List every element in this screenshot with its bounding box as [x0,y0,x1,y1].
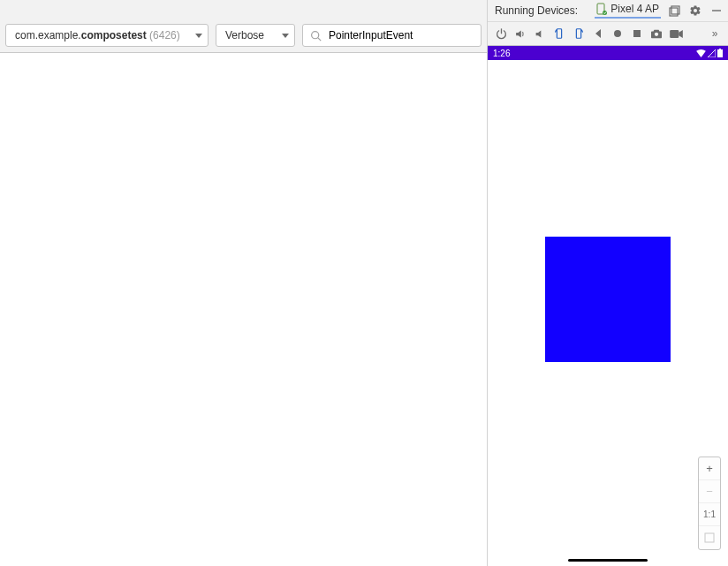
signal-icon [708,49,716,57]
zoom-controls: + − 1:1 [698,457,721,550]
hide-button[interactable] [709,3,724,19]
logcat-filter-input[interactable] [327,28,474,42]
blue-box [545,237,671,362]
svg-rect-7 [557,29,561,39]
device-tab[interactable]: Pixel 4 AP [595,3,661,19]
wifi-icon [696,49,706,57]
more-actions-button[interactable]: » [705,24,724,43]
android-status-bar: 1:26 [488,46,728,60]
svg-rect-4 [670,8,678,16]
svg-rect-14 [719,49,721,49]
logcat-panel: com.example.composetest (6426) Verbose [0,0,488,566]
chevron-down-icon [195,34,202,38]
rotate-left-button[interactable] [550,24,569,43]
phone-icon [596,3,607,15]
svg-point-11 [655,33,658,36]
back-button[interactable] [588,24,608,43]
gesture-nav-bar [568,559,648,562]
svg-rect-8 [576,29,580,39]
power-button[interactable] [491,24,511,43]
process-label: com.example.composetest (6426) [15,29,188,42]
battery-icon [717,49,723,57]
rotate-right-button[interactable] [569,24,588,43]
svg-rect-13 [717,49,723,57]
home-button[interactable] [608,24,627,43]
svg-rect-15 [705,533,714,542]
zoom-out-button: − [699,480,720,503]
zoom-in-button[interactable]: + [699,457,720,480]
running-devices-panel: Running Devices: Pixel 4 AP [488,0,728,566]
chevron-down-icon [282,34,289,38]
svg-rect-5 [671,6,679,14]
new-window-button[interactable] [666,3,682,19]
overview-button[interactable] [627,24,647,43]
device-name: Pixel 4 AP [610,3,659,15]
svg-rect-10 [633,30,641,37]
zoom-fit-button [699,526,720,549]
record-button[interactable] [666,24,686,43]
volume-down-button[interactable] [530,24,550,43]
log-level-dropdown[interactable]: Verbose [216,24,295,47]
logcat-filter-bar: com.example.composetest (6426) Verbose [0,0,487,53]
svg-line-1 [318,37,321,40]
running-devices-title: Running Devices: [495,4,595,17]
svg-point-9 [614,30,621,37]
emulator-toolbar: » [488,21,728,46]
volume-up-button[interactable] [511,24,530,43]
status-indicators [696,49,723,57]
process-dropdown[interactable]: com.example.composetest (6426) [5,24,209,47]
running-devices-header: Running Devices: Pixel 4 AP [488,0,728,21]
settings-button[interactable] [687,3,703,19]
search-icon [310,30,322,42]
logcat-filter-input-container[interactable] [302,24,482,47]
status-time: 1:26 [493,49,510,58]
app-content: + − 1:1 [488,60,728,566]
svg-rect-12 [670,29,679,37]
svg-point-0 [312,31,319,38]
emulator-screen[interactable]: 1:26 + − 1:1 [488,46,728,566]
logcat-output [0,53,487,566]
log-level-label: Verbose [225,29,275,42]
zoom-actual-button[interactable]: 1:1 [699,503,720,526]
screenshot-button[interactable] [647,24,666,43]
